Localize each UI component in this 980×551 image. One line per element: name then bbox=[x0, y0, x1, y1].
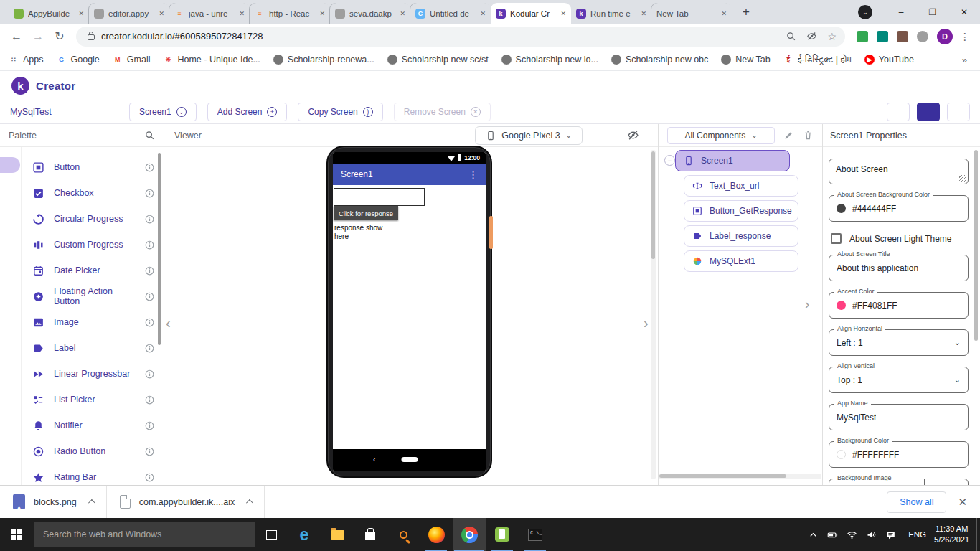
field-value[interactable]: MySqlTest bbox=[837, 413, 876, 423]
overflow-menu-icon[interactable]: ⋮ bbox=[468, 169, 478, 180]
tree-item[interactable]: Button_GetResponse bbox=[684, 200, 798, 222]
info-icon[interactable] bbox=[144, 420, 155, 431]
new-tab-button[interactable]: + bbox=[736, 2, 756, 22]
download-item[interactable]: ▲ com.appybuilder.ik....aix bbox=[107, 486, 265, 518]
palette-category-icon[interactable] bbox=[0, 200, 20, 216]
browser-tab[interactable]: AppyBuilde ✕ bbox=[9, 3, 89, 24]
forward-button[interactable]: → bbox=[27, 26, 49, 47]
bookmark-item[interactable]: ✳ Home - Unique Ide... bbox=[163, 55, 260, 65]
file-explorer-button[interactable] bbox=[321, 518, 354, 551]
puzzle-icon[interactable] bbox=[917, 31, 928, 42]
palette-item[interactable]: Radio Button bbox=[22, 438, 164, 464]
viewer-next-chevron[interactable]: › bbox=[644, 315, 649, 331]
palette-item[interactable]: Circular Progress bbox=[22, 206, 164, 232]
tab-close-icon[interactable]: ✕ bbox=[239, 10, 245, 17]
screen-action-button[interactable]: Add Screen + bbox=[207, 103, 288, 121]
background-color-field[interactable]: Background Color #FFFFFFFF bbox=[829, 441, 969, 468]
search-app-button[interactable] bbox=[387, 518, 420, 551]
align-horizontal-select[interactable]: Align Horizontal Left : 1 ⌄ bbox=[829, 329, 969, 356]
info-icon[interactable] bbox=[144, 162, 155, 173]
extension-icon[interactable] bbox=[897, 31, 908, 42]
info-icon[interactable] bbox=[144, 214, 155, 225]
palette-item[interactable]: List Picker bbox=[22, 387, 164, 413]
bookmark-item[interactable]: ∷ Apps bbox=[9, 55, 44, 65]
palette-category-icon[interactable] bbox=[0, 372, 20, 388]
screen-action-button[interactable]: Copy Screen ) bbox=[298, 103, 382, 121]
palette-item[interactable]: Image bbox=[22, 309, 164, 335]
tab-close-icon[interactable]: ✕ bbox=[641, 10, 646, 17]
task-view-button[interactable] bbox=[255, 518, 288, 551]
about-title-field[interactable]: About Screen Title About this applicatio… bbox=[829, 255, 969, 281]
window-restore-button[interactable]: ❐ bbox=[917, 0, 948, 24]
about-screen-textarea[interactable]: About Screen bbox=[829, 159, 969, 184]
lock-icon[interactable] bbox=[88, 34, 95, 40]
bookmark-item[interactable]: Scholarship new sc/st bbox=[387, 55, 489, 65]
bookmark-item[interactable]: ▶ YouTube bbox=[864, 55, 914, 65]
palette-category-icon[interactable] bbox=[0, 437, 20, 453]
palette-category-icon[interactable] bbox=[0, 458, 20, 474]
view-mode-tab[interactable] bbox=[947, 103, 970, 121]
tab-close-icon[interactable]: ✕ bbox=[78, 10, 84, 17]
info-icon[interactable] bbox=[144, 265, 155, 276]
bookmark-item[interactable]: ई ई-डिस्ट्रिक्ट | होम bbox=[783, 55, 852, 65]
palette-category-icon[interactable] bbox=[0, 329, 20, 345]
palette-category-icon[interactable] bbox=[0, 394, 20, 410]
browser-tab[interactable]: C Untitled de ✕ bbox=[410, 3, 491, 24]
cmd-taskbar-button[interactable]: C:\_ bbox=[519, 518, 552, 551]
extension-icon[interactable] bbox=[857, 31, 868, 42]
chevron-up-icon[interactable] bbox=[246, 499, 253, 507]
notepadpp-taskbar-button[interactable] bbox=[486, 518, 519, 551]
chrome-taskbar-button[interactable] bbox=[453, 518, 486, 551]
search-icon[interactable] bbox=[786, 31, 796, 42]
show-desktop-strip[interactable] bbox=[976, 518, 980, 551]
palette-category-icon[interactable] bbox=[0, 243, 20, 259]
components-h-scrollbar[interactable] bbox=[659, 474, 821, 479]
browser-tab[interactable]: ≡ http - Reac ✕ bbox=[250, 3, 330, 24]
info-icon[interactable] bbox=[144, 291, 155, 302]
palette-category-icon[interactable] bbox=[0, 222, 20, 237]
palette-search-icon[interactable] bbox=[144, 130, 155, 141]
bookmark-item[interactable]: Scholarship-renewa... bbox=[273, 55, 374, 65]
palette-item[interactable]: Custom Progress bbox=[22, 232, 164, 258]
info-icon[interactable] bbox=[144, 188, 155, 199]
device-selector[interactable]: Google Pixel 3 ⌄ bbox=[475, 126, 583, 145]
screen-action-button[interactable]: Screen1 ⌄ bbox=[129, 103, 197, 121]
delete-trash-icon[interactable] bbox=[803, 130, 814, 141]
info-icon[interactable] bbox=[144, 317, 155, 328]
palette-scrollbar[interactable] bbox=[158, 153, 161, 345]
browser-tab[interactable]: seva.daakp ✕ bbox=[330, 3, 410, 24]
label-component[interactable]: response show here bbox=[334, 224, 382, 240]
firefox-taskbar-button[interactable] bbox=[420, 518, 453, 551]
browser-tab[interactable]: k Kodular Cr ✕ bbox=[491, 3, 571, 24]
palette-category-icon[interactable] bbox=[0, 157, 20, 173]
bookmark-item[interactable]: G Google bbox=[57, 55, 100, 65]
textbox-component[interactable] bbox=[334, 188, 425, 206]
url-text[interactable]: creator.kodular.io/#6005895072841728 bbox=[101, 31, 786, 42]
tree-item[interactable]: Label_response bbox=[684, 225, 798, 247]
browser-tab[interactable]: k Run time e ✕ bbox=[571, 3, 651, 24]
panel-collapse-chevron[interactable]: › bbox=[805, 296, 809, 312]
palette-category-icon[interactable] bbox=[0, 308, 20, 324]
action-center-icon[interactable] bbox=[885, 529, 896, 540]
reload-button[interactable]: ↻ bbox=[49, 26, 70, 47]
palette-item[interactable]: Date Picker bbox=[22, 258, 164, 283]
palette-category-icon[interactable] bbox=[0, 415, 20, 431]
bookmark-item[interactable]: Scholarship new obc bbox=[611, 55, 708, 65]
bookmark-item[interactable]: Scholarship new lo... bbox=[501, 55, 598, 65]
browser-menu-icon[interactable]: ⋮ bbox=[960, 31, 970, 42]
tab-close-icon[interactable]: ✕ bbox=[560, 10, 566, 17]
bookmark-item[interactable]: M Gmail bbox=[113, 55, 151, 65]
tab-close-icon[interactable]: ✕ bbox=[159, 10, 164, 17]
palette-category-icon[interactable] bbox=[0, 179, 20, 194]
window-minimize-button[interactable]: – bbox=[885, 0, 917, 24]
palette-item[interactable]: Button bbox=[22, 154, 164, 180]
toggle-visibility-icon[interactable] bbox=[627, 129, 639, 141]
bookmark-item[interactable]: New Tab bbox=[721, 55, 770, 65]
viewer-prev-chevron[interactable]: ‹ bbox=[166, 315, 171, 331]
downloads-close-icon[interactable]: ✕ bbox=[958, 496, 967, 509]
window-close-button[interactable]: ✕ bbox=[948, 0, 980, 24]
tree-item[interactable]: MySQLExt1 bbox=[684, 250, 798, 272]
kodular-logo[interactable]: k bbox=[11, 77, 29, 95]
start-button[interactable] bbox=[0, 518, 33, 551]
browser-tab[interactable]: New Tab ✕ bbox=[651, 3, 732, 24]
